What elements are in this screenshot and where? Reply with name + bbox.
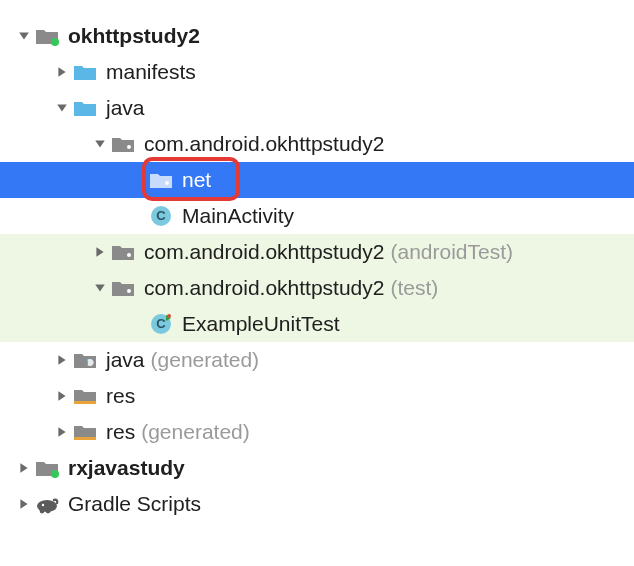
resource-folder-icon [72, 422, 98, 442]
chevron-down-icon[interactable] [90, 138, 110, 150]
resource-folder-icon [72, 386, 98, 406]
tree-label: Gradle Scripts [68, 492, 201, 516]
tree-label: MainActivity [182, 204, 294, 228]
svg-point-14 [40, 509, 45, 514]
project-tree[interactable]: okhttpstudy2 manifests java [0, 0, 634, 522]
tree-row-package-net[interactable]: net [0, 162, 634, 198]
gradle-icon [34, 494, 60, 514]
svg-point-15 [46, 509, 51, 514]
tree-suffix: (test) [390, 276, 438, 300]
svg-point-6 [127, 289, 131, 293]
svg-rect-10 [74, 401, 96, 404]
chevron-right-icon[interactable] [52, 390, 72, 402]
tree-row-package-main[interactable]: com.android.okhttpstudy2 [0, 126, 634, 162]
runnable-class-icon: C [148, 313, 174, 335]
generated-folder-icon [72, 350, 98, 370]
tree-suffix: (generated) [151, 348, 260, 372]
tree-label: res [106, 420, 135, 444]
tree-row-java[interactable]: java [0, 90, 634, 126]
module-folder-icon [34, 458, 60, 478]
tree-row-class-exampleunittest[interactable]: C ExampleUnitTest [0, 306, 634, 342]
tree-label: okhttpstudy2 [68, 24, 200, 48]
tree-row-module-rxjavastudy[interactable]: rxjavastudy [0, 450, 634, 486]
svg-point-1 [127, 145, 131, 149]
tree-label: res [106, 384, 135, 408]
tree-row-package-test[interactable]: com.android.okhttpstudy2 (test) [0, 270, 634, 306]
svg-text:C: C [156, 208, 166, 223]
chevron-down-icon[interactable] [90, 282, 110, 294]
tree-row-manifests[interactable]: manifests [0, 54, 634, 90]
package-folder-icon [110, 278, 136, 298]
tree-suffix: (generated) [141, 420, 250, 444]
tree-label: java [106, 96, 145, 120]
tree-row-module-okhttpstudy2[interactable]: okhttpstudy2 [0, 18, 634, 54]
package-folder-icon [148, 170, 174, 190]
tree-row-res-generated[interactable]: res (generated) [0, 414, 634, 450]
svg-point-2 [165, 181, 169, 185]
svg-text:C: C [156, 316, 166, 331]
svg-point-12 [51, 470, 59, 478]
package-folder-icon [110, 242, 136, 262]
module-folder-icon [34, 26, 60, 46]
class-icon: C [148, 205, 174, 227]
tree-label: java [106, 348, 145, 372]
svg-point-0 [51, 38, 59, 46]
chevron-down-icon[interactable] [14, 30, 34, 42]
tree-row[interactable] [0, 4, 634, 18]
chevron-right-icon[interactable] [14, 462, 34, 474]
chevron-right-icon[interactable] [90, 246, 110, 258]
tree-label: manifests [106, 60, 196, 84]
folder-icon [72, 98, 98, 118]
tree-label: com.android.okhttpstudy2 [144, 132, 384, 156]
chevron-right-icon[interactable] [52, 66, 72, 78]
chevron-down-icon[interactable] [52, 102, 72, 114]
tree-label: com.android.okhttpstudy2 [144, 240, 384, 264]
tree-label: net [182, 168, 211, 192]
tree-row-res[interactable]: res [0, 378, 634, 414]
tree-row-package-androidtest[interactable]: com.android.okhttpstudy2 (androidTest) [0, 234, 634, 270]
svg-rect-11 [74, 437, 96, 440]
tree-label: rxjavastudy [68, 456, 185, 480]
tree-row-gradle-scripts[interactable]: Gradle Scripts [0, 486, 634, 522]
tree-label: ExampleUnitTest [182, 312, 340, 336]
package-folder-icon [110, 134, 136, 154]
svg-point-5 [127, 253, 131, 257]
chevron-right-icon[interactable] [14, 498, 34, 510]
tree-label: com.android.okhttpstudy2 [144, 276, 384, 300]
tree-row-class-mainactivity[interactable]: C MainActivity [0, 198, 634, 234]
chevron-right-icon[interactable] [52, 426, 72, 438]
chevron-right-icon[interactable] [52, 354, 72, 366]
folder-icon [72, 62, 98, 82]
svg-point-16 [42, 504, 44, 506]
tree-row-java-generated[interactable]: java (generated) [0, 342, 634, 378]
tree-suffix: (androidTest) [390, 240, 513, 264]
svg-point-9 [167, 314, 171, 318]
